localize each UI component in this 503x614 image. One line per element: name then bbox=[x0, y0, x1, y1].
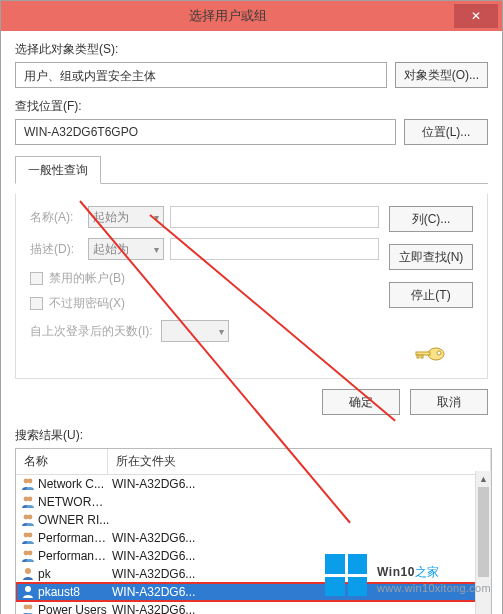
row-name: OWNER RI... bbox=[38, 513, 110, 527]
svg-point-6 bbox=[28, 479, 33, 484]
table-row[interactable]: Performanc... WIN-A32DG6... bbox=[16, 529, 491, 547]
row-folder: WIN-A32DG6... bbox=[110, 603, 491, 614]
tab-general-query[interactable]: 一般性查询 bbox=[15, 156, 101, 184]
svg-rect-4 bbox=[421, 355, 423, 358]
disabled-accounts-checkbox[interactable]: 禁用的帐户(B) bbox=[30, 270, 379, 287]
find-now-button[interactable]: 立即查找(N) bbox=[389, 244, 473, 270]
svg-rect-3 bbox=[417, 355, 419, 358]
checkbox-icon bbox=[30, 297, 43, 310]
table-row[interactable]: Network C... WIN-A32DG6... bbox=[16, 475, 491, 493]
group-icon bbox=[20, 494, 36, 510]
list-header: 名称 所在文件夹 bbox=[16, 449, 491, 475]
row-folder: WIN-A32DG6... bbox=[110, 567, 491, 581]
row-name: NETWORK ... bbox=[38, 495, 110, 509]
row-name: Network C... bbox=[38, 477, 110, 491]
nonexpiring-password-checkbox[interactable]: 不过期密码(X) bbox=[30, 295, 379, 312]
svg-point-14 bbox=[28, 551, 33, 556]
row-name: pkaust8 bbox=[38, 585, 110, 599]
titlebar: 选择用户或组 ✕ bbox=[1, 1, 502, 31]
svg-point-12 bbox=[28, 533, 33, 538]
chevron-down-icon: ▾ bbox=[219, 326, 224, 337]
ok-button[interactable]: 确定 bbox=[322, 389, 400, 415]
table-row[interactable]: Performanc... WIN-A32DG6... bbox=[16, 547, 491, 565]
table-row[interactable]: pkaust8 WIN-A32DG6... bbox=[16, 583, 491, 601]
desc-combo[interactable]: 起始为 ▾ bbox=[88, 238, 164, 260]
query-panel: 名称(A): 起始为 ▾ 描述(D): 起始为 ▾ bbox=[15, 194, 488, 379]
chevron-down-icon: ▾ bbox=[154, 212, 159, 223]
scrollbar[interactable]: ▲ ▼ bbox=[475, 471, 491, 614]
user-icon bbox=[20, 584, 36, 600]
name-input[interactable] bbox=[170, 206, 379, 228]
location-label: 查找位置(F): bbox=[15, 98, 488, 115]
scroll-thumb[interactable] bbox=[478, 487, 489, 577]
group-icon bbox=[20, 476, 36, 492]
close-button[interactable]: ✕ bbox=[454, 4, 498, 28]
row-folder: WIN-A32DG6... bbox=[110, 531, 491, 545]
svg-point-8 bbox=[28, 497, 33, 502]
stop-button[interactable]: 停止(T) bbox=[389, 282, 473, 308]
results-list: 名称 所在文件夹 Network C... WIN-A32DG6... NETW… bbox=[15, 448, 492, 614]
col-folder[interactable]: 所在文件夹 bbox=[108, 449, 491, 474]
svg-point-16 bbox=[25, 586, 31, 592]
location-field[interactable]: WIN-A32DG6T6GPO bbox=[15, 119, 396, 145]
table-row[interactable]: pk WIN-A32DG6... bbox=[16, 565, 491, 583]
days-since-logon-label: 自上次登录后的天数(I): bbox=[30, 323, 153, 340]
user-icon bbox=[20, 566, 36, 582]
window-title: 选择用户或组 bbox=[1, 7, 454, 25]
desc-label: 描述(D): bbox=[30, 241, 82, 258]
row-name: Performanc... bbox=[38, 531, 110, 545]
name-label: 名称(A): bbox=[30, 209, 82, 226]
desc-input[interactable] bbox=[170, 238, 379, 260]
name-combo[interactable]: 起始为 ▾ bbox=[88, 206, 164, 228]
scroll-up-icon[interactable]: ▲ bbox=[476, 471, 491, 487]
days-combo[interactable]: ▾ bbox=[161, 320, 229, 342]
group-icon bbox=[20, 602, 36, 614]
dialog-window: 选择用户或组 ✕ 选择此对象类型(S): 用户、组或内置安全主体 对象类型(O)… bbox=[0, 0, 503, 614]
row-folder: WIN-A32DG6... bbox=[110, 585, 491, 599]
row-name: pk bbox=[38, 567, 110, 581]
table-row[interactable]: Power Users WIN-A32DG6... bbox=[16, 601, 491, 614]
row-name: Performanc... bbox=[38, 549, 110, 563]
close-icon: ✕ bbox=[471, 9, 481, 23]
table-row[interactable]: NETWORK ... bbox=[16, 493, 491, 511]
row-folder: WIN-A32DG6... bbox=[110, 477, 491, 491]
checkbox-icon bbox=[30, 272, 43, 285]
cancel-button[interactable]: 取消 bbox=[410, 389, 488, 415]
chevron-down-icon: ▾ bbox=[154, 244, 159, 255]
object-type-field[interactable]: 用户、组或内置安全主体 bbox=[15, 62, 387, 88]
svg-point-10 bbox=[28, 515, 33, 520]
row-name: Power Users bbox=[38, 603, 110, 614]
svg-point-15 bbox=[25, 568, 31, 574]
group-icon bbox=[20, 530, 36, 546]
results-label: 搜索结果(U): bbox=[15, 427, 492, 444]
svg-point-1 bbox=[437, 351, 441, 355]
table-row[interactable]: OWNER RI... bbox=[16, 511, 491, 529]
search-key-icon bbox=[414, 340, 446, 366]
svg-point-18 bbox=[28, 605, 33, 610]
tab-row: 一般性查询 bbox=[15, 155, 488, 184]
object-type-label: 选择此对象类型(S): bbox=[15, 41, 488, 58]
object-types-button[interactable]: 对象类型(O)... bbox=[395, 62, 488, 88]
locations-button[interactable]: 位置(L)... bbox=[404, 119, 488, 145]
row-folder: WIN-A32DG6... bbox=[110, 549, 491, 563]
group-icon bbox=[20, 548, 36, 564]
col-name[interactable]: 名称 bbox=[16, 449, 108, 474]
columns-button[interactable]: 列(C)... bbox=[389, 206, 473, 232]
group-icon bbox=[20, 512, 36, 528]
